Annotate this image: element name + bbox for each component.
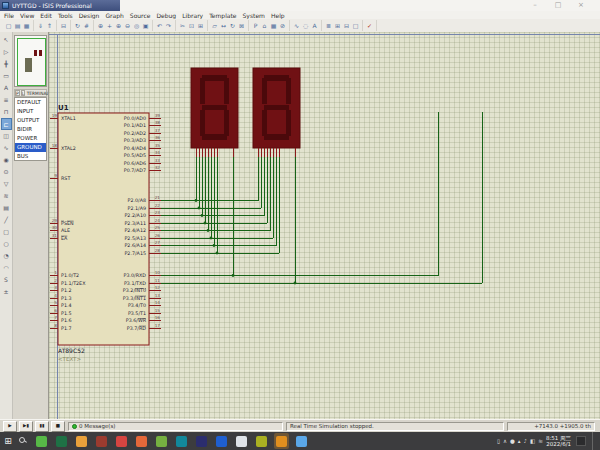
2d-box-icon[interactable]: ▢: [1, 226, 12, 238]
taskbar-app-13[interactable]: [274, 433, 289, 449]
seven-seg-display-2[interactable]: [253, 68, 300, 157]
step-button[interactable]: ▶▮: [19, 421, 33, 432]
block-delete-icon[interactable]: ⊠: [237, 20, 246, 31]
search-button[interactable]: [16, 432, 30, 450]
search-tag-icon[interactable]: ◌: [301, 20, 310, 31]
menu-item-file[interactable]: File: [4, 12, 14, 19]
tray-icon-3[interactable]: ●: [510, 438, 515, 444]
component-mode-icon[interactable]: ▷: [1, 46, 12, 58]
schematic-edit-window[interactable]: 39P0.0/AD038P0.1/AD137P0.2/AD236P0.3/AD3…: [48, 32, 600, 419]
menu-item-library[interactable]: Library: [182, 12, 203, 19]
stop-button[interactable]: ■: [51, 421, 65, 432]
taskbar-app-9[interactable]: [194, 433, 209, 449]
menu-item-design[interactable]: Design: [79, 12, 100, 19]
taskbar-app-1[interactable]: [34, 433, 49, 449]
pan-icon[interactable]: +: [105, 20, 114, 31]
terminal-item-bidir[interactable]: BIDIR: [15, 125, 46, 134]
selection-mode-icon[interactable]: ↖: [1, 34, 12, 46]
decompose-icon[interactable]: ⊘: [278, 20, 287, 31]
menu-item-view[interactable]: View: [20, 12, 34, 19]
grid-toggle-icon[interactable]: #: [82, 20, 91, 31]
menu-item-system[interactable]: System: [243, 12, 265, 19]
text-script-mode-icon[interactable]: A: [1, 82, 12, 94]
taskbar-app-7[interactable]: [154, 433, 169, 449]
tray-icon-1[interactable]: ▯: [497, 438, 500, 444]
tray-icon-2[interactable]: ∧: [503, 438, 507, 444]
tray-icon-6[interactable]: ◧: [530, 438, 535, 444]
maximize-icon[interactable]: □: [553, 1, 563, 10]
bus-mode-icon[interactable]: ≡: [1, 94, 12, 106]
2d-arc-icon[interactable]: ◔: [1, 250, 12, 262]
remove-sheet-icon[interactable]: ⊟: [342, 20, 351, 31]
tray-icon-5[interactable]: ♪: [524, 438, 528, 444]
redo-icon[interactable]: ↷: [164, 20, 173, 31]
block-rotate-icon[interactable]: ↻: [228, 20, 237, 31]
2d-path-icon[interactable]: ◠: [1, 262, 12, 274]
2d-text-icon[interactable]: S: [1, 274, 12, 286]
design-explorer-icon[interactable]: ≣: [324, 20, 333, 31]
redraw-icon[interactable]: ↻: [73, 20, 82, 31]
voltage-probe-mode-icon[interactable]: ▽: [1, 178, 12, 190]
block-move-icon[interactable]: ↔: [219, 20, 228, 31]
pause-button[interactable]: ▮▮: [35, 421, 49, 432]
cut-icon[interactable]: ✂: [178, 20, 187, 31]
device-pin-mode-icon[interactable]: ◫: [1, 130, 12, 142]
packaging-tool-icon[interactable]: ▦: [269, 20, 278, 31]
export-icon[interactable]: ⇑: [45, 20, 54, 31]
terminal-item-ground[interactable]: GROUND: [15, 143, 46, 152]
2d-symbol-icon[interactable]: ±: [1, 286, 12, 298]
taskbar-app-4[interactable]: [94, 433, 109, 449]
import-icon[interactable]: ⇓: [36, 20, 45, 31]
zoom-in-icon[interactable]: ⊕: [114, 20, 123, 31]
2d-circle-icon[interactable]: ○: [1, 238, 12, 250]
tape-recorder-mode-icon[interactable]: ◉: [1, 154, 12, 166]
menu-item-graph[interactable]: Graph: [105, 12, 123, 19]
origin-icon[interactable]: ⊕: [96, 20, 105, 31]
notification-center-icon[interactable]: [576, 436, 586, 446]
new-file-icon[interactable]: ▢: [4, 20, 13, 31]
mcu-u1[interactable]: 39P0.0/AD038P0.1/AD137P0.2/AD236P0.3/AD3…: [50, 104, 161, 362]
wire-autorouter-icon[interactable]: ∿: [292, 20, 301, 31]
pick-parts-icon[interactable]: P: [251, 20, 260, 31]
block-copy-icon[interactable]: ▱: [210, 20, 219, 31]
open-file-icon[interactable]: ▤: [13, 20, 22, 31]
generator-mode-icon[interactable]: ⊙: [1, 166, 12, 178]
electrical-rule-check-icon[interactable]: ✓: [365, 20, 374, 31]
zoom-all-icon[interactable]: ◎: [132, 20, 141, 31]
seven-seg-display-1[interactable]: [191, 68, 238, 157]
terminal-mode-icon[interactable]: ⊏: [1, 118, 12, 130]
terminal-item-default[interactable]: DEFAULT: [15, 98, 46, 107]
undo-icon[interactable]: ↶: [155, 20, 164, 31]
paste-icon[interactable]: ⊞: [196, 20, 205, 31]
subcircuit-mode-icon[interactable]: ⊓: [1, 106, 12, 118]
copy-icon[interactable]: ⊡: [187, 20, 196, 31]
print-icon[interactable]: ⊟: [59, 20, 68, 31]
terminal-item-bus[interactable]: BUS: [15, 152, 46, 161]
taskbar-app-3[interactable]: [74, 433, 89, 449]
new-sheet-icon[interactable]: ⊞: [333, 20, 342, 31]
close-icon[interactable]: ×: [576, 1, 586, 10]
save-file-icon[interactable]: ▦: [22, 20, 31, 31]
tray-icon-4[interactable]: ▴: [518, 438, 521, 444]
menu-item-debug[interactable]: Debug: [156, 12, 176, 19]
menu-item-tools[interactable]: Tools: [58, 12, 73, 19]
virtual-instruments-mode-icon[interactable]: ▤: [1, 202, 12, 214]
show-desktop-button[interactable]: [592, 432, 596, 450]
wire-label-mode-icon[interactable]: ▭: [1, 70, 12, 82]
taskbar-app-10[interactable]: [214, 433, 229, 449]
terminal-item-power[interactable]: POWER: [15, 134, 46, 143]
pick-button[interactable]: P: [15, 90, 20, 96]
make-device-icon[interactable]: ⌂: [260, 20, 269, 31]
minimize-icon[interactable]: –: [530, 1, 540, 10]
terminal-item-output[interactable]: OUTPUT: [15, 116, 46, 125]
menu-item-template[interactable]: Template: [209, 12, 236, 19]
zoom-area-icon[interactable]: ▣: [141, 20, 150, 31]
taskbar-app-2[interactable]: [54, 433, 69, 449]
junction-dot-mode-icon[interactable]: ╋: [1, 58, 12, 70]
taskbar-app-6[interactable]: [134, 433, 149, 449]
tray-icon-7[interactable]: ≋: [538, 438, 543, 444]
taskbar-app-12[interactable]: [254, 433, 269, 449]
menu-item-edit[interactable]: Edit: [40, 12, 52, 19]
goto-sheet-icon[interactable]: □: [351, 20, 360, 31]
play-button[interactable]: ▶: [3, 421, 17, 432]
